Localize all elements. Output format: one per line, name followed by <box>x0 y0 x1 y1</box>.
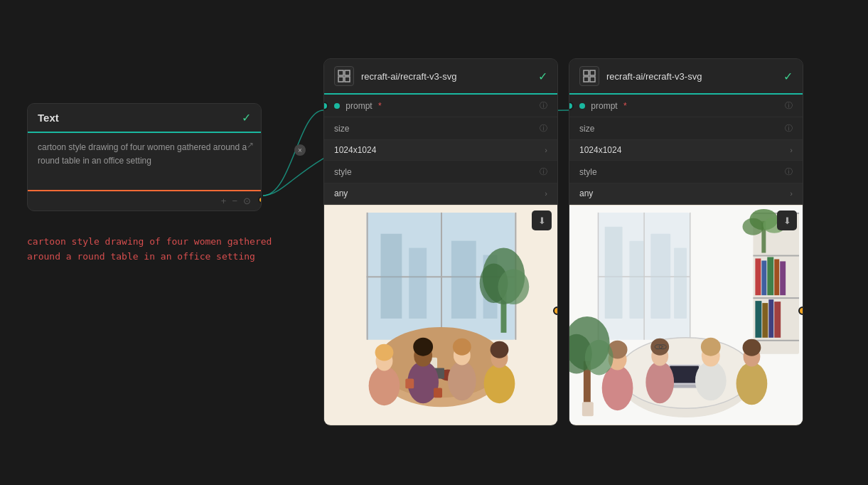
size-value-2: 1024x1024 <box>579 145 621 155</box>
prompt-label-1: prompt * <box>334 101 382 111</box>
recraft-logo-1 <box>334 66 354 86</box>
prompt-info-2[interactable]: ⓘ <box>785 100 793 111</box>
svg-point-81 <box>695 361 727 401</box>
recraft-field-style-label-2: style ⓘ <box>569 161 803 183</box>
size-chevron-1: › <box>545 146 547 154</box>
recraft-field-style-label-1: style ⓘ <box>324 161 557 183</box>
svg-point-78 <box>645 361 674 404</box>
svg-rect-37 <box>584 70 589 75</box>
svg-rect-47 <box>605 227 623 319</box>
recraft-fields-1: prompt * ⓘ size ⓘ 1024x1024 › style ⓘ an… <box>324 95 557 204</box>
recraft-node-2-header: recraft-ai/recraft-v3-svg ✓ <box>569 59 803 93</box>
prompt-dot-1 <box>334 103 340 109</box>
remove-connection[interactable]: × <box>294 144 306 156</box>
svg-rect-63 <box>768 299 773 338</box>
style-chevron-1: › <box>545 189 547 198</box>
svg-rect-44 <box>643 213 644 340</box>
style-value-1: any <box>334 188 348 198</box>
size-info-1[interactable]: ⓘ <box>540 123 547 134</box>
text-node-header: Text ✓ <box>28 104 261 132</box>
svg-rect-50 <box>674 248 687 319</box>
add-icon[interactable]: + <box>221 196 227 206</box>
download-btn-1[interactable]: ⬇ <box>532 210 552 230</box>
recraft-node-1-header: recraft-ai/recraft-v3-svg ✓ <box>324 59 557 93</box>
recraft-node-1: recraft-ai/recraft-v3-svg ✓ prompt * ⓘ s… <box>323 58 558 426</box>
style-label-1: style <box>334 167 352 177</box>
prompt-info-1[interactable]: ⓘ <box>540 100 547 111</box>
recraft-field-prompt-2: prompt * ⓘ <box>569 95 803 117</box>
text-node-body: cartoon style drawing of four women gath… <box>28 133 261 190</box>
svg-rect-62 <box>762 303 768 338</box>
svg-point-84 <box>736 363 768 405</box>
recraft-image-1 <box>324 205 557 425</box>
size-label-2: size <box>579 124 594 134</box>
style-value-2: any <box>579 188 593 198</box>
svg-point-23 <box>369 366 400 406</box>
svg-rect-10 <box>381 234 402 319</box>
svg-point-32 <box>484 364 515 404</box>
size-value-1: 1024x1024 <box>334 145 376 155</box>
recraft-check-2: ✓ <box>783 70 793 83</box>
recraft-field-style-value-2[interactable]: any › <box>569 183 803 204</box>
svg-rect-49 <box>650 234 670 319</box>
size-info-2[interactable]: ⓘ <box>785 123 793 134</box>
text-node-footer: + − ⊙ <box>28 191 261 210</box>
canvas: × Text ✓ cartoon style drawing of four w… <box>0 0 868 485</box>
recraft-field-prompt-1: prompt * ⓘ <box>324 95 557 117</box>
prompt-dot-2 <box>579 103 585 109</box>
settings-icon[interactable]: ⊙ <box>243 196 251 206</box>
svg-rect-0 <box>338 70 343 75</box>
recraft-logo-2 <box>579 66 599 86</box>
prompt-input-dot-2 <box>569 102 574 110</box>
recraft-output-dot-1 <box>553 307 558 315</box>
recraft-field-style-value-1[interactable]: any › <box>324 183 557 204</box>
svg-point-31 <box>453 339 471 356</box>
svg-point-29 <box>448 361 476 401</box>
text-node-output-dot <box>258 196 262 203</box>
svg-rect-6 <box>367 213 368 340</box>
style-chevron-2: › <box>790 189 793 198</box>
style-info-2[interactable]: ⓘ <box>785 166 793 177</box>
svg-rect-39 <box>584 77 589 82</box>
recraft-check-1: ✓ <box>538 70 547 83</box>
prompt-label-2: prompt * <box>579 101 627 111</box>
minus-icon[interactable]: − <box>232 196 237 206</box>
svg-rect-1 <box>345 70 350 75</box>
svg-rect-12 <box>451 241 476 319</box>
svg-point-34 <box>491 341 509 358</box>
svg-point-25 <box>375 344 394 361</box>
recraft-title-1: recraft-ai/recraft-v3-svg <box>361 71 531 82</box>
svg-point-28 <box>413 338 433 356</box>
recraft-image-2 <box>569 205 803 425</box>
svg-rect-3 <box>345 77 350 82</box>
recraft-fields-2: prompt * ⓘ size ⓘ 1024x1024 › style ⓘ an… <box>569 95 803 204</box>
svg-rect-38 <box>590 70 595 75</box>
svg-rect-94 <box>582 402 594 416</box>
svg-rect-45 <box>690 213 690 340</box>
recraft-field-size-label-1: size ⓘ <box>324 117 557 140</box>
recraft-field-size-value-2[interactable]: 1024x1024 › <box>569 140 803 161</box>
style-info-1[interactable]: ⓘ <box>540 166 547 177</box>
text-node-title: Text <box>38 112 59 124</box>
recraft-field-size-value-1[interactable]: 1024x1024 › <box>324 140 557 161</box>
svg-rect-35 <box>405 378 414 388</box>
style-label-2: style <box>579 167 597 177</box>
svg-rect-36 <box>434 388 442 398</box>
text-preview: cartoon style drawing of four women gath… <box>27 235 272 265</box>
recraft-image-container-2: ⬇ <box>569 204 803 425</box>
svg-rect-60 <box>780 261 786 295</box>
svg-point-86 <box>743 339 761 356</box>
svg-rect-11 <box>409 248 427 319</box>
text-node-check: ✓ <box>242 111 251 124</box>
svg-point-93 <box>585 340 614 375</box>
svg-rect-64 <box>774 302 781 338</box>
svg-rect-40 <box>590 77 595 82</box>
download-btn-2[interactable]: ⬇ <box>777 210 797 230</box>
svg-rect-59 <box>774 259 779 295</box>
prompt-input-dot-1 <box>323 102 328 110</box>
svg-rect-2 <box>338 77 343 82</box>
svg-rect-57 <box>761 260 766 295</box>
external-link-icon[interactable]: ↗ <box>247 140 254 150</box>
svg-rect-56 <box>755 258 761 295</box>
svg-rect-61 <box>755 301 761 338</box>
